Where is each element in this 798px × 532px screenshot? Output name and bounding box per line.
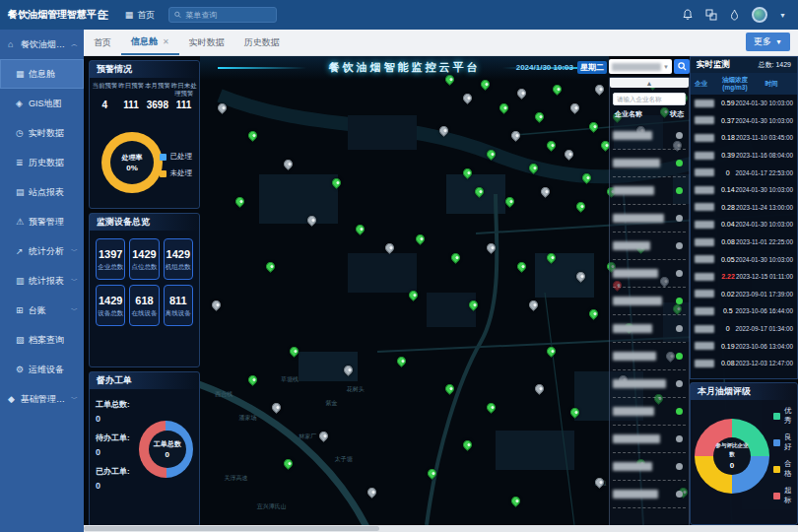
monitor-row[interactable]: 0.182023-11-10 03:45:00 bbox=[691, 129, 797, 147]
sidebar-group-基础管理系统[interactable]: ◆基础管理系统﹀ bbox=[0, 384, 84, 414]
home-label: 首页 bbox=[137, 9, 155, 22]
timestamp: 2024-01-17 22:53:00 bbox=[736, 169, 793, 176]
enterprise-row[interactable] bbox=[613, 260, 686, 288]
legend-swatch bbox=[773, 466, 780, 473]
sidebar-item-label: 统计分析 bbox=[29, 245, 64, 258]
enterprise-name-redacted bbox=[613, 352, 656, 361]
realtime-monitor-panel: 实时监测 总数: 1429 企业 油烟浓度 (mg/m3) 时间 0.59202… bbox=[690, 56, 798, 379]
stat-label: 待办工单: bbox=[96, 432, 139, 443]
monitor-row[interactable]: 0.022023-09-01 17:39:00 bbox=[691, 286, 797, 303]
monitor-row[interactable]: 0.052024-01-30 10:03:00 bbox=[691, 250, 797, 268]
stat-label: 已办工单: bbox=[96, 466, 139, 477]
enterprise-name-redacted bbox=[613, 159, 660, 167]
sidebar-item-站点报表[interactable]: ▤站点报表 bbox=[0, 177, 84, 207]
enterprise-row[interactable] bbox=[613, 453, 686, 481]
enterprise-select[interactable]: ▼ bbox=[609, 59, 672, 74]
monitor-row[interactable]: 0.52023-10-06 16:44:00 bbox=[691, 302, 797, 320]
chevron-down-icon[interactable]: ▼ bbox=[779, 12, 786, 19]
enterprise-row[interactable] bbox=[613, 233, 686, 260]
monitor-row[interactable]: 0.592024-01-30 10:03:00 bbox=[691, 95, 797, 112]
tab-实时数据[interactable]: 实时数据 bbox=[179, 30, 234, 55]
enterprise-row[interactable] bbox=[613, 150, 686, 177]
horizontal-scrollbar[interactable] bbox=[84, 525, 798, 532]
sidebar-item-label: 历史数据 bbox=[29, 157, 64, 169]
enterprise-name-input[interactable] bbox=[613, 93, 686, 105]
enterprise-search-panel: ▼ ▲ 企业名称 状态 bbox=[609, 59, 690, 528]
monitor-row[interactable]: 0.192023-10-06 13:04:00 bbox=[691, 337, 797, 355]
tab-首页[interactable]: 首页 bbox=[84, 30, 121, 55]
sidebar-item-实时数据[interactable]: ◷实时数据 bbox=[0, 118, 84, 148]
breadcrumb-home[interactable]: ▦ 首页 bbox=[125, 9, 156, 22]
hamburger-menu-icon[interactable]: ☰ bbox=[98, 8, 109, 23]
monitor-row[interactable]: 0.082023-12-03 12:47:00 bbox=[691, 355, 797, 372]
enterprise-row[interactable] bbox=[613, 481, 686, 508]
enterprise-row[interactable] bbox=[613, 426, 686, 453]
tab-信息舱[interactable]: 信息舱✕ bbox=[121, 30, 179, 55]
sidebar-item-信息舱[interactable]: ▦信息舱 bbox=[0, 59, 84, 89]
enterprise-search-button[interactable] bbox=[674, 59, 690, 74]
sidebar-item-台账[interactable]: ⊞台账﹀ bbox=[0, 296, 84, 325]
chart-icon: ↗ bbox=[16, 246, 29, 256]
enterprise-row[interactable] bbox=[613, 122, 686, 150]
sidebar-item-预警管理[interactable]: ⚠预警管理 bbox=[0, 207, 84, 236]
sidebar-item-label: 运维设备 bbox=[29, 364, 64, 376]
menu-search-box[interactable] bbox=[168, 7, 277, 23]
enterprise-row[interactable] bbox=[613, 205, 686, 233]
menu-search-input[interactable] bbox=[185, 11, 271, 20]
monitor-rows: 0.592024-01-30 10:03:000.372024-01-30 10… bbox=[691, 95, 797, 372]
legend-swatch bbox=[773, 413, 780, 420]
legend-swatch bbox=[773, 493, 780, 499]
warning-stat: 昨日未处理预警111 bbox=[170, 82, 197, 110]
donut-center-label: 处理率 bbox=[122, 153, 143, 162]
workorder-stats: 工单总数:0待办工单:0已办工单:0 bbox=[96, 399, 139, 491]
report-icon: ▤ bbox=[16, 187, 29, 197]
sidebar-nav: ⌂餐饮油烟监控管理系统︿▦信息舱◈GIS地图◷实时数据≣历史数据▤站点报表⚠预警… bbox=[0, 30, 84, 532]
sidebar-item-统计报表[interactable]: ▥统计报表﹀ bbox=[0, 266, 84, 296]
sidebar-item-历史数据[interactable]: ≣历史数据 bbox=[0, 148, 84, 177]
layout-icon[interactable] bbox=[705, 9, 717, 21]
monitor-row[interactable]: 02024-01-17 22:53:00 bbox=[691, 164, 797, 181]
bell-icon[interactable] bbox=[682, 9, 694, 21]
monitor-row[interactable]: 0.142024-01-30 10:03:00 bbox=[691, 181, 797, 199]
device-stat-box: 1429点位总数 bbox=[129, 238, 159, 280]
monitor-row[interactable]: 0.372024-01-30 10:03:00 bbox=[691, 112, 797, 130]
scrollbar-thumb[interactable] bbox=[84, 526, 379, 531]
tab-历史数据[interactable]: 历史数据 bbox=[234, 30, 290, 55]
concentration-value: 0.05 bbox=[720, 256, 736, 263]
sidebar-group-餐饮油烟监控管理系统[interactable]: ⌂餐饮油烟监控管理系统︿ bbox=[0, 30, 84, 59]
close-icon[interactable]: ✕ bbox=[163, 37, 169, 46]
workorder-stat: 工单总数:0 bbox=[96, 399, 139, 424]
rating-panel: 本月油烟评级 参与评比企业数 0 优秀良好合格超标 bbox=[690, 382, 798, 525]
sidebar-item-label: 统计报表 bbox=[29, 275, 64, 288]
enterprise-row[interactable] bbox=[613, 343, 686, 370]
avatar[interactable] bbox=[752, 7, 767, 23]
stat-label: 企业总数 bbox=[97, 263, 124, 272]
enterprise-name-redacted bbox=[695, 342, 714, 350]
warning-legend: 已处理未处理 bbox=[160, 152, 193, 178]
monitor-row[interactable]: 2.222023-12-15 01:11:00 bbox=[691, 268, 797, 286]
enterprise-row[interactable] bbox=[613, 398, 686, 426]
flame-icon[interactable] bbox=[729, 9, 740, 21]
concentration-value: 0.04 bbox=[720, 221, 736, 228]
monitor-row[interactable]: 0.042024-01-30 10:03:00 bbox=[691, 216, 797, 233]
enterprise-row[interactable] bbox=[613, 177, 686, 205]
alert-icon: ⚠ bbox=[16, 217, 29, 227]
enterprise-row[interactable] bbox=[613, 315, 686, 343]
tab-label: 首页 bbox=[94, 36, 111, 49]
monitor-row[interactable]: 0.282023-11-24 13:00:00 bbox=[691, 199, 797, 217]
map-place-label: 潘家场 bbox=[239, 413, 257, 422]
monitor-row[interactable]: 0.392023-11-16 08:04:00 bbox=[691, 147, 797, 165]
sidebar-item-统计分析[interactable]: ↗统计分析﹀ bbox=[0, 236, 84, 266]
enterprise-row[interactable] bbox=[613, 370, 686, 398]
concentration-value: 0.14 bbox=[720, 186, 736, 193]
column-concentration: 油烟浓度 (mg/m3) bbox=[720, 76, 750, 92]
sidebar-item-GIS地图[interactable]: ◈GIS地图 bbox=[0, 89, 84, 118]
sidebar-item-档案查询[interactable]: ▧档案查询 bbox=[0, 325, 84, 355]
enterprise-row[interactable] bbox=[613, 288, 686, 315]
monitor-row[interactable]: 0.082023-11-01 22:25:00 bbox=[691, 233, 797, 251]
sidebar-item-label: 台账 bbox=[29, 304, 46, 317]
monitor-row[interactable]: 02022-09-17 01:34:00 bbox=[691, 320, 797, 338]
sidebar-item-运维设备[interactable]: ⚙运维设备 bbox=[0, 355, 84, 384]
more-button[interactable]: 更多 ▼ bbox=[746, 33, 790, 51]
collapse-toggle[interactable]: ▲ bbox=[610, 78, 689, 88]
